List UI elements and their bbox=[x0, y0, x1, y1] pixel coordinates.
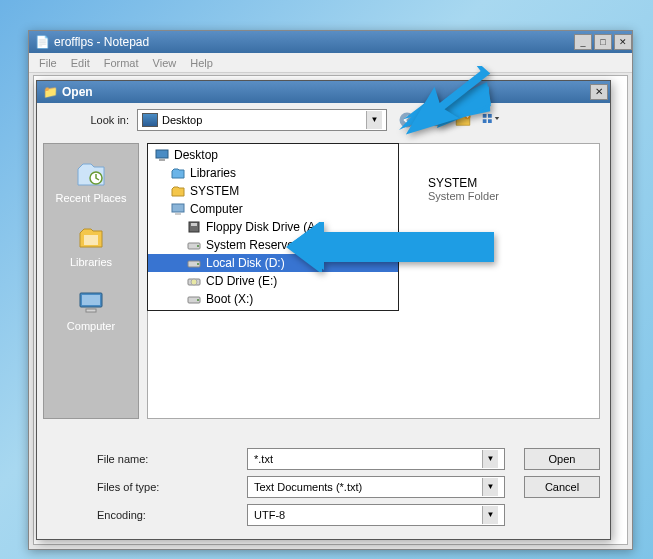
svg-rect-12 bbox=[159, 159, 165, 161]
desktop-icon bbox=[154, 148, 170, 162]
filename-value: *.txt bbox=[254, 453, 273, 465]
dialog-title: Open bbox=[62, 85, 93, 99]
svg-rect-7 bbox=[84, 235, 98, 245]
libraries-icon bbox=[170, 166, 186, 180]
dropdown-item[interactable]: Boot (X:) bbox=[148, 290, 398, 308]
item-name: SYSTEM bbox=[428, 176, 499, 190]
dropdown-item-label: Boot (X:) bbox=[206, 292, 253, 306]
svg-point-22 bbox=[191, 279, 197, 285]
dropdown-item-label: System Reserved (C:) bbox=[206, 238, 324, 252]
dropdown-item-label: CD Drive (E:) bbox=[206, 274, 277, 288]
chevron-down-icon[interactable]: ▼ bbox=[366, 111, 382, 129]
svg-rect-14 bbox=[175, 213, 181, 215]
svg-rect-9 bbox=[82, 295, 100, 305]
encoding-label: Encoding: bbox=[47, 509, 247, 521]
svg-rect-2 bbox=[483, 114, 487, 118]
filename-label: File name: bbox=[47, 453, 247, 465]
filetype-select[interactable]: Text Documents (*.txt) ▼ bbox=[247, 476, 505, 498]
dialog-toolbar bbox=[397, 110, 501, 130]
menu-edit[interactable]: Edit bbox=[65, 55, 96, 71]
menu-help[interactable]: Help bbox=[184, 55, 219, 71]
drive-icon bbox=[186, 238, 202, 252]
place-recent[interactable]: Recent Places bbox=[46, 150, 136, 214]
minimize-button[interactable]: _ bbox=[574, 34, 592, 50]
places-bar: Recent Places Libraries Computer bbox=[43, 143, 139, 419]
list-item[interactable]: SYSTEM System Folder bbox=[428, 176, 499, 202]
dropdown-item[interactable]: CD Drive (E:) bbox=[148, 272, 398, 290]
dialog-close-button[interactable]: ✕ bbox=[590, 84, 608, 100]
dropdown-item-label: Libraries bbox=[190, 166, 236, 180]
filetype-label: Files of type: bbox=[47, 481, 247, 493]
recent-places-icon bbox=[75, 160, 107, 188]
maximize-button[interactable]: □ bbox=[594, 34, 612, 50]
svg-rect-10 bbox=[86, 309, 96, 312]
lookin-combo[interactable]: Desktop ▼ bbox=[137, 109, 387, 131]
floppy-icon bbox=[186, 220, 202, 234]
chevron-down-icon[interactable]: ▼ bbox=[482, 478, 498, 496]
dropdown-item-label: Floppy Disk Drive (A:) bbox=[206, 220, 323, 234]
menu-file[interactable]: File bbox=[33, 55, 63, 71]
svg-point-18 bbox=[197, 245, 199, 247]
dropdown-item[interactable]: Libraries bbox=[148, 164, 398, 182]
dropdown-item[interactable]: SYSTEM bbox=[148, 182, 398, 200]
place-label: Recent Places bbox=[56, 192, 127, 204]
open-dialog: 📁 Open ✕ Look in: Desktop ▼ bbox=[36, 80, 611, 540]
dialog-titlebar[interactable]: 📁 Open ✕ bbox=[37, 81, 610, 103]
svg-rect-16 bbox=[191, 223, 197, 226]
lookin-dropdown-list: DesktopLibrariesSYSTEMComputerFloppy Dis… bbox=[147, 143, 399, 311]
lookin-value: Desktop bbox=[162, 114, 202, 126]
notepad-menubar: File Edit Format View Help bbox=[29, 53, 632, 73]
notepad-icon: 📄 bbox=[35, 35, 50, 49]
dropdown-item[interactable]: Computer bbox=[148, 200, 398, 218]
view-menu-icon[interactable] bbox=[481, 110, 501, 130]
dropdown-item[interactable]: Desktop bbox=[148, 146, 398, 164]
new-folder-icon[interactable] bbox=[453, 110, 473, 130]
place-label: Computer bbox=[67, 320, 115, 332]
drive-icon bbox=[186, 256, 202, 270]
svg-rect-5 bbox=[488, 119, 492, 123]
chevron-down-icon[interactable]: ▼ bbox=[482, 506, 498, 524]
svg-rect-4 bbox=[483, 119, 487, 123]
notepad-title: erofflps - Notepad bbox=[54, 35, 149, 49]
chevron-down-icon[interactable]: ▼ bbox=[482, 450, 498, 468]
notepad-titlebar[interactable]: 📄 erofflps - Notepad _ □ ✕ bbox=[29, 31, 632, 53]
dropdown-item[interactable]: Floppy Disk Drive (A:) bbox=[148, 218, 398, 236]
up-level-icon[interactable] bbox=[425, 110, 445, 130]
libraries-icon bbox=[75, 224, 107, 252]
menu-format[interactable]: Format bbox=[98, 55, 145, 71]
dropdown-item-label: SYSTEM bbox=[190, 184, 239, 198]
dropdown-item[interactable]: System Reserved (C:) bbox=[148, 236, 398, 254]
menu-view[interactable]: View bbox=[147, 55, 183, 71]
open-button[interactable]: Open bbox=[524, 448, 600, 470]
dropdown-item-label: Computer bbox=[190, 202, 243, 216]
lookin-row: Look in: Desktop ▼ bbox=[37, 103, 610, 137]
window-buttons: _ □ ✕ bbox=[572, 34, 632, 50]
svg-point-20 bbox=[197, 263, 199, 265]
svg-point-24 bbox=[197, 299, 199, 301]
place-computer[interactable]: Computer bbox=[46, 278, 136, 342]
place-label: Libraries bbox=[70, 256, 112, 268]
place-libraries[interactable]: Libraries bbox=[46, 214, 136, 278]
encoding-value: UTF-8 bbox=[254, 509, 285, 521]
lookin-label: Look in: bbox=[47, 114, 137, 126]
svg-rect-11 bbox=[156, 150, 168, 158]
filetype-value: Text Documents (*.txt) bbox=[254, 481, 362, 493]
dialog-bottom: File name: *.txt ▼ Open Files of type: T… bbox=[37, 445, 610, 529]
computer-icon bbox=[170, 202, 186, 216]
drive-icon bbox=[186, 292, 202, 306]
dropdown-item[interactable]: Local Disk (D:) bbox=[148, 254, 398, 272]
filename-input[interactable]: *.txt ▼ bbox=[247, 448, 505, 470]
svg-rect-3 bbox=[488, 114, 492, 118]
close-button[interactable]: ✕ bbox=[614, 34, 632, 50]
computer-icon bbox=[75, 288, 107, 316]
user-icon bbox=[170, 184, 186, 198]
back-icon[interactable] bbox=[397, 110, 417, 130]
svg-point-0 bbox=[400, 113, 415, 128]
encoding-select[interactable]: UTF-8 ▼ bbox=[247, 504, 505, 526]
dropdown-item-label: Local Disk (D:) bbox=[206, 256, 285, 270]
svg-rect-13 bbox=[172, 204, 184, 212]
cancel-button[interactable]: Cancel bbox=[524, 476, 600, 498]
cd-icon bbox=[186, 274, 202, 288]
dialog-body: Look in: Desktop ▼ bbox=[37, 103, 610, 539]
desktop-icon bbox=[142, 113, 158, 127]
